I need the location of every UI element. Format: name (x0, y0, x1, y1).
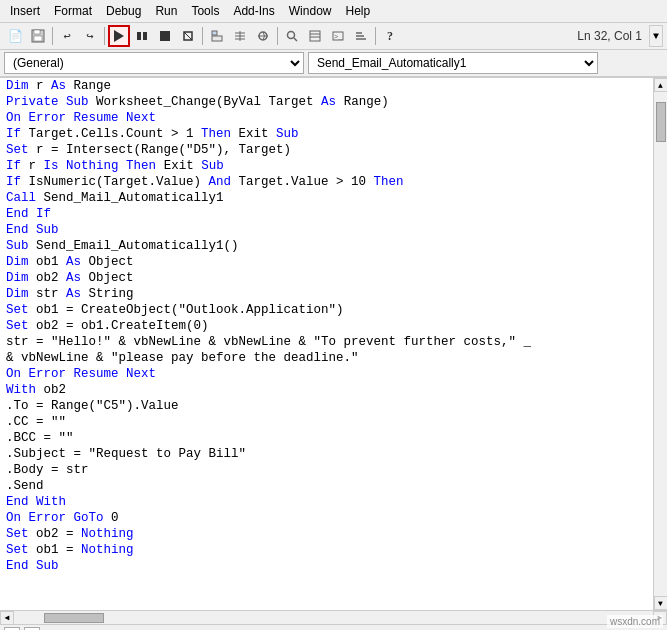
code-line-4: If Target.Cells.Count > 1 Then Exit Sub (0, 126, 653, 142)
scroll-left-arrow[interactable]: ◀ (0, 611, 14, 625)
svg-rect-2 (34, 36, 42, 41)
code-line-9: End If (0, 206, 653, 222)
code-line-27: End With (0, 494, 653, 510)
call-stack-icon[interactable] (350, 25, 372, 47)
svg-rect-10 (212, 36, 222, 41)
toolbar: 📄 ↩ ↪ >_ ? Ln 32, Col 1 ▼ (0, 23, 667, 50)
menu-bar: Insert Format Debug Run Tools Add-Ins Wi… (0, 0, 667, 23)
code-line-23: .BCC = "" (0, 430, 653, 446)
run-icon[interactable] (108, 25, 130, 47)
menu-insert[interactable]: Insert (4, 2, 46, 20)
code-line-7: If IsNumeric(Target.Value) And Target.Va… (0, 174, 653, 190)
code-line-11: Sub Send_Email_Automatically1() (0, 238, 653, 254)
properties-icon[interactable] (229, 25, 251, 47)
watch-window-icon[interactable] (281, 25, 303, 47)
general-dropdown[interactable]: (General) (4, 52, 304, 74)
code-line-15: Set ob1 = CreateObject("Outlook.Applicat… (0, 302, 653, 318)
scrollbar-h-track[interactable] (14, 611, 653, 624)
svg-point-17 (288, 32, 295, 39)
svg-line-18 (294, 38, 297, 41)
code-area: Dim r As RangePrivate Sub Worksheet_Chan… (0, 77, 667, 610)
svg-marker-3 (114, 30, 124, 42)
menu-format[interactable]: Format (48, 2, 98, 20)
scrollbar-thumb[interactable] (656, 102, 666, 142)
status-col-icon[interactable]: ≡ (24, 627, 40, 631)
menu-addins[interactable]: Add-Ins (227, 2, 280, 20)
code-line-30: Set ob1 = Nothing (0, 542, 653, 558)
code-line-1: Dim r As Range (0, 78, 653, 94)
menu-run[interactable]: Run (149, 2, 183, 20)
code-line-12: Dim ob1 As Object (0, 254, 653, 270)
watermark: wsxdn.com (607, 615, 663, 628)
code-line-14: Dim str As String (0, 286, 653, 302)
editor-wrapper: Dim r As RangePrivate Sub Worksheet_Chan… (0, 77, 667, 624)
code-line-26: .Send (0, 478, 653, 494)
scroll-down-arrow[interactable]: ▼ (654, 596, 668, 610)
locals-window-icon[interactable] (304, 25, 326, 47)
procedure-dropdown[interactable]: Send_Email_Automatically1 (308, 52, 598, 74)
code-line-17: str = "Hello!" & vbNewLine & vbNewLine &… (0, 334, 653, 350)
vertical-scrollbar[interactable]: ▲ ▼ (653, 78, 667, 610)
code-line-16: Set ob2 = ob1.CreateItem(0) (0, 318, 653, 334)
break-icon[interactable] (131, 25, 153, 47)
code-line-6: If r Is Nothing Then Exit Sub (0, 158, 653, 174)
code-line-24: .Subject = "Request to Pay Bill" (0, 446, 653, 462)
code-line-22: .CC = "" (0, 414, 653, 430)
svg-rect-19 (310, 31, 320, 41)
save-icon[interactable] (27, 25, 49, 47)
menu-tools[interactable]: Tools (185, 2, 225, 20)
insert-icon[interactable]: 📄 (4, 25, 26, 47)
svg-rect-1 (34, 30, 40, 34)
svg-rect-9 (212, 31, 217, 35)
dropdown-bar: (General) Send_Email_Automatically1 (0, 50, 667, 77)
status-run-icon[interactable]: ▶ (4, 627, 20, 631)
code-line-31: End Sub (0, 558, 653, 574)
code-line-18: & vbNewLine & "please pay before the dea… (0, 350, 653, 366)
code-line-3: On Error Resume Next (0, 110, 653, 126)
undo-icon[interactable]: ↩ (56, 25, 78, 47)
reset-icon[interactable] (154, 25, 176, 47)
code-line-25: .Body = str (0, 462, 653, 478)
status-bar: ▶ ≡ (0, 624, 667, 630)
cursor-position: Ln 32, Col 1 (571, 27, 648, 45)
code-line-13: Dim ob2 As Object (0, 270, 653, 286)
svg-rect-5 (143, 32, 147, 40)
scroll-up-arrow[interactable]: ▲ (654, 78, 668, 92)
horizontal-scrollbar[interactable]: ◀ ▶ (0, 610, 667, 624)
help-icon[interactable]: ? (379, 25, 401, 47)
code-line-21: .To = Range("C5").Value (0, 398, 653, 414)
svg-rect-6 (160, 31, 170, 41)
svg-text:>_: >_ (334, 33, 343, 41)
project-explorer-icon[interactable] (206, 25, 228, 47)
code-line-20: With ob2 (0, 382, 653, 398)
scrollbar-h-thumb[interactable] (44, 613, 104, 623)
code-line-29: Set ob2 = Nothing (0, 526, 653, 542)
svg-line-8 (184, 32, 192, 40)
code-line-5: Set r = Intersect(Range("D5"), Target) (0, 142, 653, 158)
code-line-10: End Sub (0, 222, 653, 238)
toolbar-scroll-arrow[interactable]: ▼ (649, 25, 663, 47)
code-editor[interactable]: Dim r As RangePrivate Sub Worksheet_Chan… (0, 78, 653, 610)
code-line-28: On Error GoTo 0 (0, 510, 653, 526)
svg-rect-4 (137, 32, 141, 40)
menu-debug[interactable]: Debug (100, 2, 147, 20)
design-icon[interactable] (177, 25, 199, 47)
menu-window[interactable]: Window (283, 2, 338, 20)
scrollbar-track[interactable] (654, 92, 667, 596)
immediate-window-icon[interactable]: >_ (327, 25, 349, 47)
object-browser-icon[interactable] (252, 25, 274, 47)
redo-icon[interactable]: ↪ (79, 25, 101, 47)
menu-help[interactable]: Help (339, 2, 376, 20)
code-line-2: Private Sub Worksheet_Change(ByVal Targe… (0, 94, 653, 110)
code-line-19: On Error Resume Next (0, 366, 653, 382)
code-line-8: Call Send_Mail_Automatically1 (0, 190, 653, 206)
